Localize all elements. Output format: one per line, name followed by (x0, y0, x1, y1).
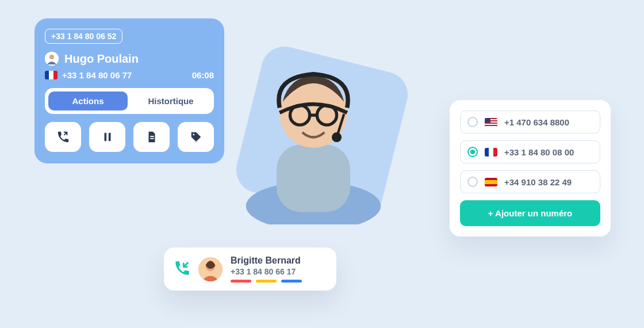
caller-row: Hugo Poulain (45, 52, 214, 66)
svg-point-15 (193, 134, 194, 135)
tag-amber (256, 280, 277, 283)
call-tabs: Actions Histortique (45, 88, 214, 114)
number-option-fr[interactable]: +33 1 84 80 08 00 (460, 140, 600, 163)
france-flag-icon (45, 71, 57, 79)
number-selector-card: +1 470 634 8800 +33 1 84 80 08 00 +34 91… (450, 100, 611, 237)
transfer-button[interactable] (45, 122, 81, 152)
incoming-contact-card[interactable]: Brigitte Bernard +33 1 84 80 66 17 (164, 247, 336, 291)
radio-icon (467, 177, 478, 187)
number-option-es[interactable]: +34 910 38 22 49 (460, 170, 600, 193)
tag-icon (190, 131, 202, 143)
svg-rect-13 (150, 136, 154, 137)
contact-name: Brigitte Bernard (231, 255, 302, 266)
svg-rect-11 (104, 133, 106, 142)
caller-number-row: +33 1 84 80 06 77 06:08 (45, 70, 214, 80)
hold-button[interactable] (89, 122, 125, 152)
tag-red (231, 280, 251, 283)
caller-name: Hugo Poulain (64, 52, 139, 66)
radio-icon (467, 117, 478, 127)
radio-icon (467, 147, 478, 157)
tab-history[interactable]: Histortique (131, 91, 210, 110)
add-number-button[interactable]: + Ajouter un numéro (460, 200, 600, 226)
contact-tags (231, 280, 302, 283)
notes-button[interactable] (133, 122, 170, 152)
contact-number: +33 1 84 80 66 17 (231, 267, 302, 276)
number-option-us[interactable]: +1 470 634 8800 (460, 110, 600, 134)
document-icon (145, 131, 158, 143)
transfer-icon (57, 131, 70, 143)
contact-avatar (198, 257, 223, 281)
tag-blue (281, 280, 302, 283)
call-action-row (45, 122, 214, 152)
active-call-card: +33 1 84 80 06 52 Hugo Poulain +33 1 84 … (34, 18, 224, 163)
svg-rect-12 (108, 133, 110, 142)
caller-avatar (45, 52, 59, 66)
tab-actions[interactable]: Actions (48, 91, 128, 110)
tag-button[interactable] (178, 122, 214, 152)
svg-rect-14 (150, 138, 154, 139)
svg-point-10 (49, 55, 54, 59)
pause-icon (101, 131, 114, 143)
phone-number-badge: +33 1 84 80 06 52 (45, 29, 122, 44)
number-text: +34 910 38 22 49 (504, 177, 572, 187)
svg-rect-1 (277, 144, 350, 212)
agent-illustration (213, 35, 414, 224)
incoming-call-icon (174, 260, 190, 279)
us-flag-icon (485, 118, 497, 127)
number-text: +1 470 634 8800 (504, 117, 569, 127)
france-flag-icon (485, 148, 497, 157)
contact-info: Brigitte Bernard +33 1 84 80 66 17 (231, 255, 302, 283)
spain-flag-icon (485, 178, 497, 186)
number-text: +33 1 84 80 08 00 (504, 147, 574, 157)
call-timer: 06:08 (192, 70, 214, 80)
caller-number: +33 1 84 80 06 77 (62, 70, 132, 80)
